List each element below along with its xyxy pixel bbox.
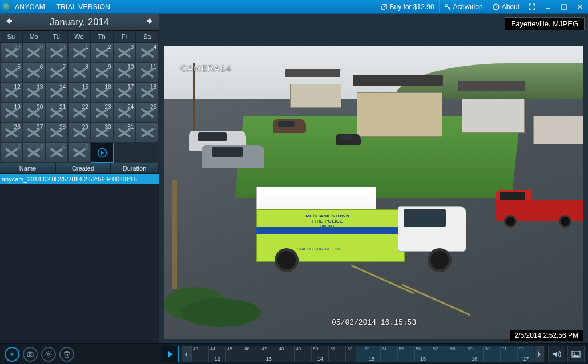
x-icon (91, 63, 113, 82)
timeline-scroll-left[interactable] (181, 346, 191, 362)
x-icon (1, 143, 22, 162)
calendar-day-cell[interactable]: 29 (68, 123, 91, 143)
x-icon (136, 123, 158, 142)
dow-cell: Tu (45, 31, 68, 43)
image-button[interactable] (567, 346, 585, 362)
calendar-prev-button[interactable] (0, 17, 17, 27)
x-icon (114, 43, 136, 62)
calendar-day-cell[interactable]: 2 (0, 143, 23, 163)
x-icon (23, 143, 45, 162)
image-icon (571, 350, 581, 358)
calendar-day-cell[interactable]: 24 (114, 103, 136, 123)
calendar-day-cell[interactable]: 31 (45, 43, 68, 63)
calendar-day-cell[interactable]: 9 (91, 63, 114, 83)
activation-button[interactable]: Activation (439, 0, 488, 13)
speaker-icon (552, 350, 561, 358)
x-icon (136, 83, 158, 102)
back-button[interactable] (5, 347, 19, 362)
calendar-day-cell[interactable]: 2 (91, 43, 114, 63)
x-icon (46, 43, 67, 62)
calendar-day-cell[interactable]: 5 (0, 63, 23, 83)
calendar-day-cell[interactable]: 23 (91, 103, 114, 123)
svg-point-8 (47, 353, 50, 355)
calendar-day-cell[interactable]: 30 (91, 123, 114, 143)
calendar-day-cell[interactable]: 12 (0, 83, 23, 103)
delete-button[interactable] (59, 347, 74, 362)
calendar-day-cell[interactable]: 3 (23, 143, 46, 163)
x-icon (91, 103, 113, 122)
calendar-day-cell[interactable]: 18 (136, 83, 159, 103)
x-icon (69, 123, 90, 142)
info-icon: i (493, 3, 500, 10)
calendar-day-cell[interactable]: 26 (0, 123, 23, 143)
calendar-day-cell[interactable]: 16 (91, 83, 114, 103)
minimize-button[interactable] (540, 0, 556, 13)
play-circle-icon (97, 148, 107, 158)
timeline-scale[interactable]: 4344124546471348495014515253155455561557… (191, 346, 534, 362)
calendar-day-cell (114, 143, 136, 163)
video-feed[interactable]: MECHANICSTOWNFIRE POLICEDial 911 TRAFFIC… (164, 46, 583, 339)
x-icon (136, 63, 158, 82)
calendar-next-button[interactable] (142, 17, 159, 27)
calendar-day-cell[interactable]: 14 (45, 83, 68, 103)
calendar-day-cell[interactable]: 1 (68, 43, 91, 63)
col-duration[interactable]: Duration (111, 163, 159, 173)
calendar-day-cell[interactable]: 13 (23, 83, 46, 103)
truck-dial: Dial 911 (320, 224, 335, 228)
calendar-day-cell[interactable]: 30 (23, 43, 46, 63)
calendar-day-cell[interactable]: 27 (23, 123, 46, 143)
x-icon (46, 123, 67, 142)
x-icon (46, 63, 67, 82)
calendar-day-cell[interactable]: 15 (68, 83, 91, 103)
calendar-day-cell[interactable]: 17 (114, 83, 136, 103)
settings-button[interactable] (41, 347, 56, 362)
x-icon (69, 83, 90, 102)
buy-button[interactable]: Buy for $12.90 (376, 0, 439, 13)
calendar-day-cell[interactable]: 1 (136, 123, 159, 143)
calendar-day-cell[interactable]: 21 (45, 103, 68, 123)
fullscreen-button[interactable] (524, 0, 540, 13)
recordings-empty-area (0, 184, 159, 343)
calendar-day-cell[interactable]: 5 (68, 143, 91, 163)
calendar-day-cell[interactable]: 4 (45, 143, 68, 163)
timeline-play-button[interactable] (162, 346, 179, 362)
x-icon (23, 83, 45, 102)
gear-icon (45, 350, 53, 358)
x-icon (114, 103, 136, 122)
svg-text:i: i (496, 5, 497, 10)
calendar-day-cell[interactable]: 11 (136, 63, 159, 83)
sound-button[interactable] (548, 346, 565, 362)
calendar-day-cell[interactable]: 31 (114, 123, 136, 143)
calendar-day-cell[interactable]: 29 (0, 43, 23, 63)
col-created[interactable]: Created (56, 163, 111, 173)
x-icon (1, 83, 22, 102)
recording-row[interactable]: anycam_2014.02.05 2/5/2014 2:52:56 P 00:… (0, 174, 159, 184)
calendar-day-cell[interactable]: 22 (68, 103, 91, 123)
calendar-play-cell[interactable] (91, 143, 114, 163)
snapshot-button[interactable] (23, 347, 38, 362)
feed-badge: Fayetteville, MJPEG (505, 17, 585, 30)
calendar-day-cell[interactable]: 28 (45, 123, 68, 143)
about-label: About (502, 3, 519, 11)
calendar-day-cell[interactable]: 3 (114, 43, 136, 63)
calendar-day-cell[interactable]: 19 (0, 103, 23, 123)
arrow-left-icon (8, 350, 16, 358)
timeline-scroll-right[interactable] (534, 346, 545, 362)
x-icon (91, 83, 113, 102)
calendar-title[interactable]: January, 2014 (17, 17, 142, 27)
calendar-day-cell[interactable]: 20 (23, 103, 46, 123)
col-name[interactable]: Name (0, 163, 56, 173)
calendar-day-cell[interactable]: 6 (23, 63, 46, 83)
about-button[interactable]: i About (488, 0, 524, 13)
close-button[interactable] (572, 0, 588, 13)
maximize-button[interactable] (556, 0, 572, 13)
calendar-day-cell[interactable]: 4 (136, 43, 159, 63)
timeline-tick: 4713 (260, 346, 277, 362)
status-clock: 2/5/2014 2:52:56 PM (510, 330, 583, 341)
calendar-day-cell[interactable]: 25 (136, 103, 159, 123)
calendar-day-cell[interactable]: 7 (45, 63, 68, 83)
calendar-day-cell[interactable]: 10 (114, 63, 136, 83)
maximize-icon (561, 3, 567, 10)
calendar-day-cell[interactable]: 8 (68, 63, 91, 83)
calendar-day-cell (136, 143, 159, 163)
